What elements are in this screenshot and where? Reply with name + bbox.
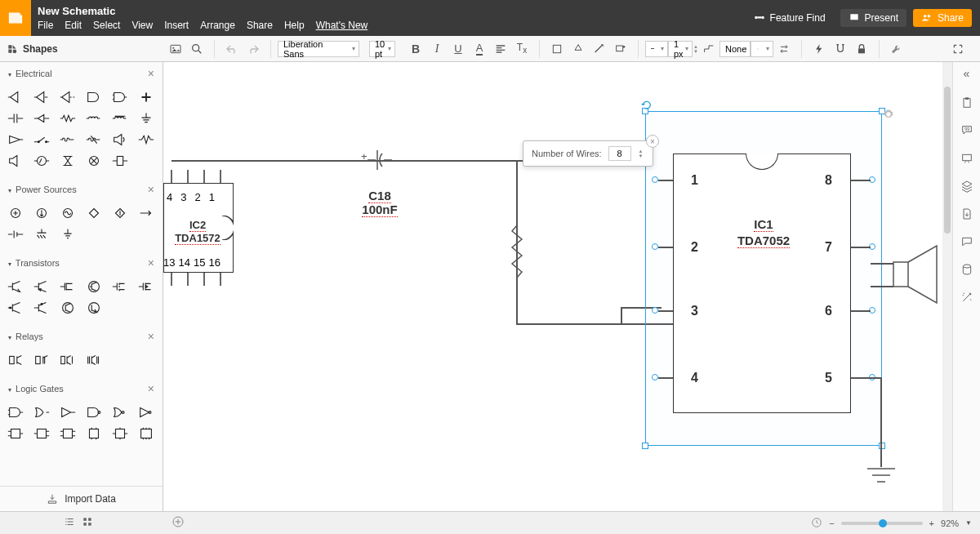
shape-spk[interactable] xyxy=(109,131,131,149)
menu-arrange[interactable]: Arrange xyxy=(200,20,235,31)
shape-gnd3[interactable] xyxy=(57,225,78,243)
shape-box3[interactable] xyxy=(57,425,78,443)
close-icon[interactable]: × xyxy=(148,67,154,80)
zoom-in[interactable]: + xyxy=(929,518,934,528)
shape-t6[interactable] xyxy=(31,299,52,317)
shape-fet3[interactable] xyxy=(109,278,131,296)
swap-arrows-button[interactable] xyxy=(773,38,795,60)
shape-coil[interactable] xyxy=(57,131,78,149)
cat-trans[interactable]: ▾ Transistors× xyxy=(0,251,163,274)
redo-button[interactable] xyxy=(243,38,264,60)
zoom-level[interactable]: 92% xyxy=(941,518,959,528)
cat-logic[interactable]: ▾ Logic Gates× xyxy=(0,377,163,400)
shape-diode[interactable] xyxy=(31,109,52,127)
shape-t8[interactable] xyxy=(83,299,105,317)
shape-lg2[interactable] xyxy=(31,403,52,421)
speaker-shape[interactable] xyxy=(892,242,949,307)
rail-present-icon[interactable] xyxy=(957,149,977,168)
add-page-button[interactable] xyxy=(172,515,185,532)
rail-comment-icon[interactable]: 99 xyxy=(957,121,977,140)
shape-meter[interactable] xyxy=(31,152,52,170)
italic-button[interactable]: I xyxy=(426,38,448,60)
shape-gnd[interactable] xyxy=(136,109,157,127)
canvas[interactable]: + C18 100nF 4321 13141516 IC2 TDA1572 xyxy=(163,62,952,511)
shape-lamp[interactable] xyxy=(83,152,105,170)
zoom-slider[interactable] xyxy=(841,522,923,525)
menu-whatsnew[interactable]: What's New xyxy=(316,20,368,31)
view-grid-icon[interactable] xyxy=(82,516,93,531)
shape-arrow[interactable] xyxy=(136,204,157,222)
lock-button[interactable] xyxy=(851,38,872,60)
shape-pnp[interactable] xyxy=(31,278,52,296)
shape-lg6[interactable] xyxy=(136,403,157,421)
shape-res[interactable] xyxy=(57,109,78,127)
rail-layers-icon[interactable] xyxy=(957,176,977,196)
menu-help[interactable]: Help xyxy=(284,20,305,31)
shape-r1[interactable] xyxy=(5,351,26,369)
search-button[interactable] xyxy=(186,38,207,60)
shape-ind2[interactable] xyxy=(109,109,131,127)
shape-osc[interactable] xyxy=(136,131,157,149)
cat-relays[interactable]: ▾ Relays× xyxy=(0,325,163,348)
rail-page-icon[interactable] xyxy=(957,204,977,224)
shape-style-button[interactable] xyxy=(610,38,631,60)
line-width-combo[interactable]: 1 px xyxy=(668,41,693,57)
shape-gnd2[interactable] xyxy=(31,225,52,243)
shape-dsrc2[interactable] xyxy=(109,204,131,222)
shape-amp3[interactable] xyxy=(57,88,78,106)
shape-amp2[interactable] xyxy=(31,88,52,106)
menu-insert[interactable]: Insert xyxy=(164,20,189,31)
shape-dsrc[interactable] xyxy=(83,204,105,222)
vscrollbar[interactable] xyxy=(942,62,952,511)
menu-share[interactable]: Share xyxy=(247,20,273,31)
cat-electrical[interactable]: ▾ Electrical× xyxy=(0,62,163,85)
arrow-end-combo[interactable] xyxy=(751,41,773,57)
close-icon[interactable]: × xyxy=(148,330,154,343)
shape-batt[interactable] xyxy=(109,152,131,170)
shape-x[interactable] xyxy=(57,152,78,170)
shape-box6[interactable] xyxy=(136,425,157,443)
shape-and[interactable] xyxy=(83,88,105,106)
wires-down[interactable]: ▼ xyxy=(639,154,644,158)
present-button[interactable]: Present xyxy=(840,9,906,27)
view-list-icon[interactable] xyxy=(64,516,75,531)
rail-magic-icon[interactable] xyxy=(957,287,977,307)
menu-view[interactable]: View xyxy=(131,20,153,31)
wires-input[interactable] xyxy=(608,146,631,161)
share-button[interactable]: Share xyxy=(913,9,972,27)
menu-edit[interactable]: Edit xyxy=(65,20,82,31)
shape-fet1[interactable] xyxy=(57,278,78,296)
shape-cap[interactable] xyxy=(5,109,26,127)
zoom-out[interactable]: − xyxy=(829,518,834,528)
shape-fet2[interactable] xyxy=(83,278,105,296)
shape-coil2[interactable] xyxy=(83,131,105,149)
rail-data-icon[interactable] xyxy=(957,260,977,279)
shape-plus[interactable] xyxy=(136,88,157,106)
close-icon[interactable]: × xyxy=(148,183,154,196)
shapes-panel-label[interactable]: Shapes xyxy=(0,43,160,55)
rail-clipboard-icon[interactable] xyxy=(957,93,977,113)
shape-fill-button[interactable] xyxy=(568,38,589,60)
shape-lg1[interactable] xyxy=(5,403,26,421)
rail-chat-icon[interactable] xyxy=(957,232,977,251)
menu-select[interactable]: Select xyxy=(93,20,120,31)
shape-spk2[interactable] xyxy=(5,152,26,170)
cat-power[interactable]: ▾ Power Sources× xyxy=(0,178,163,201)
shape-npn[interactable] xyxy=(5,278,26,296)
shape-r4[interactable] xyxy=(83,351,105,369)
fill-button[interactable] xyxy=(546,38,568,60)
shape-t5[interactable] xyxy=(5,299,26,317)
underline-button[interactable]: U xyxy=(448,38,469,60)
shape-isrc[interactable] xyxy=(31,204,52,222)
sync-icon[interactable] xyxy=(811,517,822,530)
menu-file[interactable]: File xyxy=(38,20,53,31)
line-route-button[interactable] xyxy=(698,38,719,60)
fullscreen-button[interactable] xyxy=(947,38,969,60)
app-logo-icon[interactable] xyxy=(0,0,31,36)
clear-format-button[interactable]: Tx xyxy=(511,38,532,60)
popup-close[interactable]: × xyxy=(646,135,659,148)
align-button[interactable] xyxy=(490,38,511,60)
insert-image-button[interactable] xyxy=(165,38,186,60)
shape-ind[interactable] xyxy=(83,109,105,127)
shape-tri[interactable] xyxy=(5,131,26,149)
